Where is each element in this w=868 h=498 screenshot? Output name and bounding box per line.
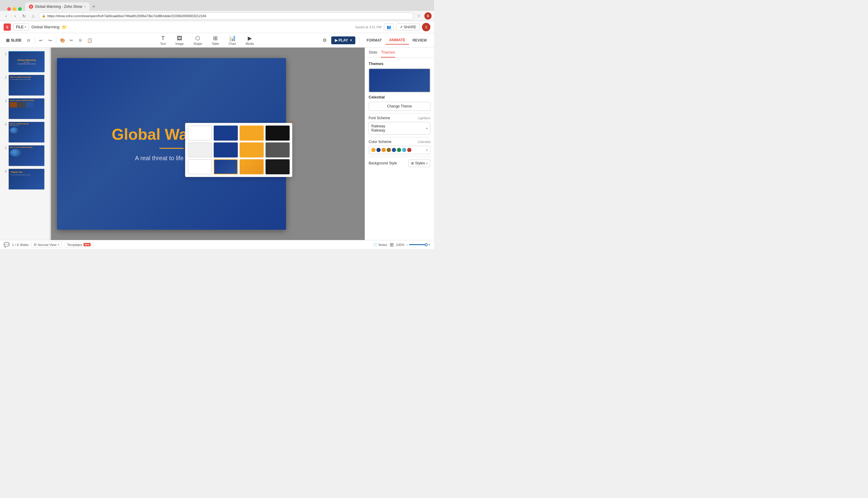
bg-swatch-gold2[interactable] — [240, 142, 264, 157]
bg-swatch-gold[interactable] — [240, 126, 264, 141]
color-scheme-selector[interactable]: ▾ — [369, 146, 430, 154]
color-dot-5 — [392, 148, 396, 152]
thumb3-img3 — [26, 102, 34, 107]
file-button[interactable]: FILE ▾ — [13, 24, 29, 31]
undo-button[interactable]: ↩ — [37, 36, 45, 44]
copy-button[interactable]: ⎘ — [76, 36, 85, 44]
toolbar-right-tools: ⚙ ▶ PLAY ▾ FORMAT ANIMATE REVIEW — [320, 36, 430, 44]
settings-button[interactable]: ⚙ — [320, 36, 329, 44]
bg-swatch-navy2[interactable] — [214, 142, 238, 157]
tab-close-button[interactable]: × — [84, 5, 86, 9]
font-chevron-icon: ▾ — [426, 127, 428, 130]
shape-tool[interactable]: ⬡ Shape — [191, 34, 205, 47]
templates-label: Templates — [67, 243, 82, 247]
user-avatar[interactable]: S — [422, 23, 430, 31]
bg-swatch-light-gray[interactable] — [188, 142, 212, 157]
image-tool[interactable]: 🖼 Image — [173, 34, 186, 47]
font-scheme-selector[interactable]: Raleway Raleway ▾ — [369, 122, 430, 134]
slide-thumb-6[interactable]: 6 Thank You For more information please … — [0, 167, 49, 191]
maximize-button[interactable] — [18, 7, 22, 11]
bg-swatch-black[interactable] — [266, 126, 290, 141]
browser-toolbar-right: ☆ S — [415, 12, 432, 19]
bg-swatch-white[interactable] — [188, 126, 212, 141]
bg-swatch-gold-gradient[interactable] — [240, 159, 264, 174]
bookmark-icon[interactable]: ☆ — [415, 12, 423, 19]
color-dots — [371, 148, 411, 152]
color-chevron-icon: ▾ — [426, 148, 428, 152]
new-tab-button[interactable]: + — [90, 2, 98, 11]
main-layout: 1 Global Warming A real threat to life o… — [0, 48, 434, 240]
slide-thumb-5[interactable]: 5 Ways to control global warming — [0, 144, 49, 167]
grid-view-icon[interactable]: ⊞ — [390, 242, 394, 248]
thumb4-text: Earth image here — [10, 124, 43, 126]
font-scheme-label: Font Scheme — [369, 116, 390, 120]
layout-button[interactable]: ⊟ — [24, 36, 33, 44]
color-scheme-label: Color Scheme — [369, 140, 392, 144]
styles-chevron-icon: ▾ — [426, 162, 428, 165]
review-tab[interactable]: REVIEW — [409, 37, 430, 44]
chat-icon[interactable]: 💬 — [4, 242, 10, 248]
text-tool[interactable]: T Text — [158, 34, 168, 47]
back-button[interactable]: ‹ — [2, 12, 10, 19]
font-names: Raleway Raleway — [371, 124, 385, 132]
zoom-increase-button[interactable]: + — [428, 243, 430, 247]
app-logo: S — [4, 24, 11, 31]
table-icon: ⊞ — [213, 35, 218, 41]
toolbar-divider-3 — [359, 37, 359, 44]
bg-swatch-dark-gray[interactable] — [266, 142, 290, 157]
notes-button[interactable]: 📄 Notes — [373, 243, 387, 247]
slide-number-3: 3 — [2, 98, 7, 103]
bg-swatch-black2[interactable] — [266, 159, 290, 174]
background-style-popup — [185, 123, 292, 177]
thumb1-divider — [24, 62, 29, 62]
animate-tab[interactable]: ANIMATE — [385, 36, 409, 44]
slide-thumb-1[interactable]: 1 Global Warming A real threat to life o… — [0, 50, 49, 74]
view-icon: ⊟ — [34, 243, 37, 247]
normal-view-button[interactable]: ⊟ Normal View ▾ — [31, 242, 62, 248]
minimize-button[interactable] — [13, 7, 16, 11]
slide-number-5: 5 — [2, 145, 7, 150]
canvas-area: Global Warming A real threat to life on … — [51, 48, 365, 240]
change-theme-button[interactable]: Change Theme — [369, 102, 430, 111]
share-button[interactable]: ↗ SHARE — [396, 24, 420, 31]
refresh-button[interactable]: ↻ — [21, 12, 28, 19]
saved-status: Saved at 3:51 PM — [355, 25, 381, 29]
zoom-slider[interactable] — [409, 244, 427, 245]
format-tab[interactable]: FORMAT — [363, 37, 385, 44]
scissors-button[interactable]: ✂ — [67, 36, 76, 44]
thumb5-title: Ways to control global warming — [10, 146, 43, 148]
address-bar[interactable]: 🔒 https://show.zoho.com/show/open/frofr7… — [39, 12, 413, 19]
slide-tab[interactable]: Slide — [369, 50, 377, 57]
paint-button[interactable]: 🎨 — [58, 36, 67, 44]
close-button[interactable] — [7, 7, 11, 11]
styles-button[interactable]: ⊞ Styles ▾ — [408, 159, 430, 167]
bg-swatch-navy-gradient[interactable] — [214, 159, 238, 174]
chart-tool[interactable]: 📊 Chart — [226, 34, 239, 47]
themes-tab[interactable]: Themes — [381, 50, 395, 57]
browser-tab[interactable]: S Global Warming - Zoho Show × — [25, 2, 90, 11]
play-button[interactable]: ▶ PLAY ▾ — [331, 37, 356, 44]
table-tool[interactable]: ⊞ Table — [209, 34, 221, 47]
background-style-grid — [188, 126, 290, 174]
slide-thumb-3[interactable]: 3 Various causes of global warming — [0, 97, 49, 120]
zoom-knob[interactable] — [425, 243, 428, 246]
home-button[interactable]: ⌂ — [29, 12, 37, 19]
thumb2-title: What is global warming? — [10, 76, 43, 78]
theme-name: Celestial — [369, 95, 430, 99]
templates-button[interactable]: Templates New — [64, 242, 94, 248]
slide-thumb-4[interactable]: 4 Impacts of global warming Earth image … — [0, 120, 49, 144]
collaborators-button[interactable]: 👥 — [384, 24, 394, 31]
total-slides: / 6 Slides — [15, 243, 29, 247]
slide-button[interactable]: ⊞ SLIDE — [4, 37, 24, 44]
redo-button[interactable]: ↪ — [46, 36, 54, 44]
media-tool[interactable]: ▶ Media — [243, 34, 256, 47]
styles-label: Styles — [415, 161, 425, 165]
paste-button[interactable]: 📋 — [85, 36, 94, 44]
forward-button[interactable]: › — [11, 12, 19, 19]
slide-thumb-2[interactable]: 2 What is global warming? It is the grad… — [0, 74, 49, 97]
right-panel: Slide Themes Themes Celestial Change The… — [365, 48, 434, 240]
zoom-decrease-button[interactable]: − — [406, 243, 408, 247]
play-dropdown-icon: ▾ — [350, 39, 352, 42]
bg-swatch-white3[interactable] — [188, 159, 212, 174]
bg-swatch-navy[interactable] — [214, 126, 238, 141]
